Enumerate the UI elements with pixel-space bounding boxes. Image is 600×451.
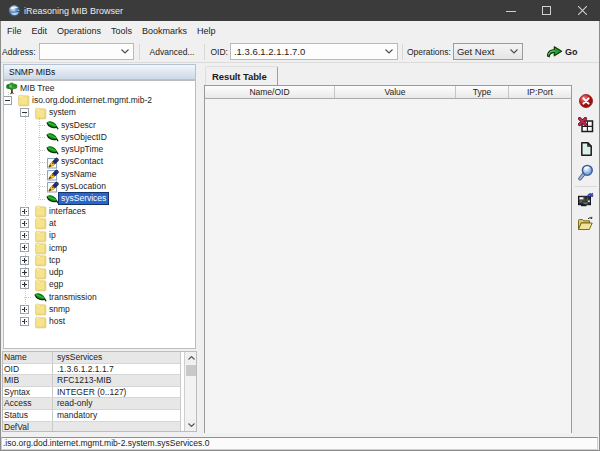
tree-node-udp[interactable]: udp [4, 267, 65, 279]
tree-node-label: sysContact [59, 156, 105, 167]
delete-table-button[interactable] [574, 113, 598, 137]
delete-table-icon [578, 117, 594, 133]
menu-tools[interactable]: Tools [106, 21, 137, 41]
go-arrow-icon [546, 45, 563, 58]
chevron-down-icon[interactable] [382, 44, 397, 59]
scrollbar-thumb[interactable] [186, 365, 196, 376]
property-table-scrollbar[interactable] [184, 352, 196, 431]
tree-node-isoorgdodinternetmgmtmib-2[interactable]: iso.org.dod.internet.mgmt.mib-2 [4, 94, 154, 106]
tree-node-sysname[interactable]: sysName [4, 168, 98, 180]
address-label: Address: [2, 47, 36, 57]
column-header-value[interactable]: Value [335, 86, 456, 98]
result-panel: Result Table Name/OIDValueTypeIP:Port [204, 63, 569, 433]
tree-node-syslocation[interactable]: sysLocation [4, 180, 108, 192]
tree-node-tcp[interactable]: tcp [4, 254, 62, 266]
result-table: Name/OIDValueTypeIP:Port [204, 85, 572, 434]
mib-panel-header: SNMP MIBs [3, 64, 196, 80]
tree-node-at[interactable]: at [4, 217, 58, 229]
property-value: INTEGER (0..127) [53, 387, 180, 398]
mib-tree: MIB Treeiso.org.dod.internet.mgmt.mib-2s… [3, 80, 196, 349]
stop-icon [578, 93, 594, 109]
tree-connector-line [39, 117, 40, 199]
tree-node-label: udp [47, 267, 65, 278]
status-oid-text: .iso.org.dod.internet.mgmt.mib-2.system.… [1, 437, 598, 450]
property-value: sysServices [53, 352, 180, 363]
go-button[interactable]: Go [546, 45, 578, 58]
tree-node-egp[interactable]: egp [4, 279, 65, 291]
property-row-name: NamesysServices [3, 352, 181, 364]
find-button[interactable] [574, 161, 598, 185]
maximize-button[interactable] [529, 0, 565, 21]
stop-button[interactable] [574, 89, 598, 113]
tree-node-label: MIB Tree [18, 83, 56, 94]
tree-node-label: sysServices [59, 193, 108, 204]
menu-file[interactable]: File [2, 21, 27, 41]
tree-node-sysservices[interactable]: sysServices [4, 193, 108, 205]
tree-node-sysdescr[interactable]: sysDescr [4, 119, 98, 131]
address-combobox[interactable] [39, 43, 134, 60]
close-icon [578, 6, 587, 15]
oid-combobox[interactable]: .1.3.6.1.2.1.1.7.0 [230, 43, 398, 60]
tree-node-label: system [47, 107, 78, 118]
menu-edit[interactable]: Edit [27, 21, 53, 41]
property-name: Name [3, 352, 53, 363]
tree-node-transmission[interactable]: transmission [4, 291, 99, 303]
find-icon [577, 164, 595, 182]
tree-node-label: host [47, 316, 67, 327]
tree-node-icmp[interactable]: icmp [4, 242, 69, 254]
menu-bookmarks[interactable]: Bookmarks [137, 21, 192, 41]
scroll-up-icon[interactable] [185, 352, 197, 364]
tree-node-system[interactable]: system [4, 107, 78, 119]
advanced-button[interactable]: Advanced... [140, 47, 205, 57]
tree-node-label: sysUpTime [59, 144, 105, 155]
tree-node-host[interactable]: host [4, 316, 67, 328]
tree-node-sysuptime[interactable]: sysUpTime [4, 144, 105, 156]
close-button[interactable] [565, 0, 600, 21]
column-header-ipport[interactable]: IP:Port [509, 86, 571, 98]
toolbar-separator [575, 186, 597, 187]
tree-node-sysobjectid[interactable]: sysObjectID [4, 131, 109, 143]
property-value: mandatory [53, 410, 180, 421]
property-row-oid: OID.1.3.6.1.2.1.1.7 [3, 364, 181, 376]
property-name: MIB [3, 375, 53, 386]
tree-node-mibtree[interactable]: MIB Tree [4, 82, 56, 94]
operations-label: Operations: [407, 47, 451, 57]
column-header-type[interactable]: Type [456, 86, 509, 98]
property-table: NamesysServicesOID.1.3.6.1.2.1.1.7MIBRFC… [2, 351, 197, 432]
new-document-icon [578, 141, 594, 157]
status-bar: .iso.org.dod.internet.mgmt.mib-2.system.… [1, 433, 599, 450]
tree-node-label: ip [47, 230, 58, 241]
main-toolbar: Address: Advanced... OID: .1.3.6.1.2.1.1… [1, 41, 599, 63]
export-table-button[interactable] [574, 188, 598, 212]
open-folder-button[interactable] [574, 212, 598, 236]
property-row-status: Statusmandatory [3, 410, 181, 422]
toolbar-separator [402, 44, 403, 60]
menu-operations[interactable]: Operations [52, 21, 106, 41]
tab-result-table[interactable]: Result Table [205, 66, 278, 85]
app-globe-icon [8, 4, 21, 17]
property-name: Status [3, 410, 53, 421]
title-bar: iReasoning MIB Browser [0, 0, 600, 21]
tree-node-label: sysLocation [59, 181, 108, 192]
tree-node-label: interfaces [47, 206, 88, 217]
scroll-down-icon[interactable] [185, 419, 197, 431]
operations-combobox[interactable]: Get Next [453, 43, 523, 60]
column-header-nameoid[interactable]: Name/OID [205, 86, 335, 98]
toolbar-separator [204, 44, 205, 60]
menu-help[interactable]: Help [192, 21, 221, 41]
property-row-mib: MIBRFC1213-MIB [3, 375, 181, 387]
oid-label: OID: [210, 47, 227, 57]
property-name: Access [3, 398, 53, 409]
new-document-button[interactable] [574, 137, 598, 161]
chevron-down-icon[interactable] [507, 44, 522, 59]
property-row-defval: DefVal [3, 422, 181, 432]
minimize-button[interactable] [494, 0, 530, 21]
tree-node-interfaces[interactable]: interfaces [4, 205, 88, 217]
tree-node-ip[interactable]: ip [4, 230, 58, 242]
tree-node-syscontact[interactable]: sysContact [4, 156, 105, 168]
open-folder-icon [577, 216, 594, 232]
chevron-down-icon[interactable] [118, 44, 133, 59]
tree-node-snmp[interactable]: snmp [4, 303, 72, 315]
tree-node-label: tcp [47, 255, 62, 266]
tree-node-label: iso.org.dod.internet.mgmt.mib-2 [30, 95, 154, 106]
